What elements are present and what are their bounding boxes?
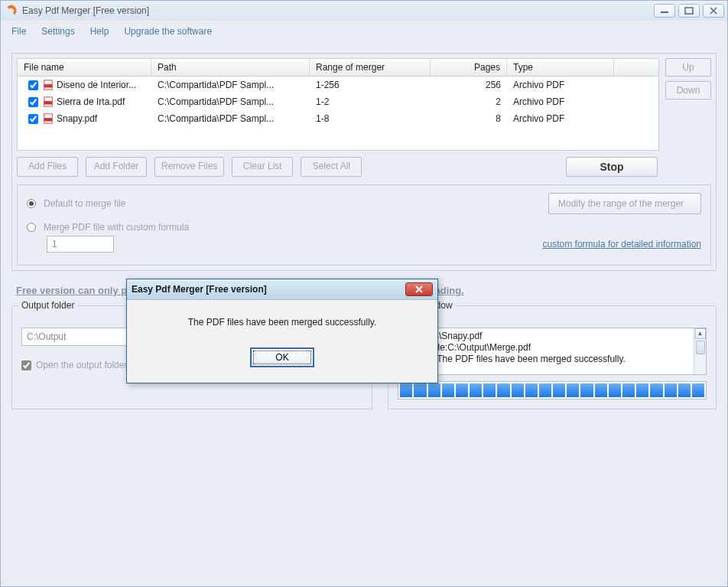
clear-list-button[interactable]: Clear List — [232, 157, 293, 177]
down-button[interactable]: Down — [665, 81, 711, 99]
file-table: File name Path Range of merger Pages Typ… — [17, 58, 659, 151]
row-checkbox[interactable] — [28, 80, 38, 90]
menu-upgrade[interactable]: Upgrade the software — [124, 26, 212, 37]
dialog-ok-button[interactable]: OK — [250, 347, 314, 367]
close-button[interactable] — [703, 4, 724, 18]
radio-custom[interactable] — [27, 223, 36, 232]
progress-bar — [398, 381, 707, 399]
modify-range-button[interactable]: Modify the range of the merger — [548, 193, 701, 214]
menu-file[interactable]: File — [11, 26, 26, 37]
close-icon — [414, 285, 424, 293]
stop-button[interactable]: Stop — [566, 157, 658, 177]
dialog-titlebar: Easy Pdf Merger [Free version] — [127, 279, 437, 300]
default-merge-label: Default to merge file — [44, 198, 125, 209]
col-range[interactable]: Range of merger — [310, 59, 431, 76]
state-log[interactable]: Samples\Snapy.pdf Output file:C:\Output\… — [398, 328, 707, 375]
remove-files-button[interactable]: Remove Files — [154, 157, 224, 177]
svg-rect-7 — [44, 118, 53, 121]
toolbar: Add Files Add Folder Remove Files Clear … — [17, 157, 711, 177]
state-line: Samples\Snapy.pdf — [403, 331, 701, 342]
success-dialog: Easy Pdf Merger [Free version] The PDF f… — [126, 279, 438, 383]
dialog-title: Easy Pdf Merger [Free version] — [132, 284, 405, 295]
scroll-up-icon[interactable]: ▲ — [695, 328, 706, 339]
pdf-icon — [43, 96, 54, 107]
merge-options: Default to merge file Modify the range o… — [17, 184, 711, 266]
state-line: 9:36:41-The PDF files have been merged s… — [403, 354, 701, 365]
output-legend: Output folder — [18, 300, 77, 311]
col-path[interactable]: Path — [151, 59, 310, 76]
minimize-button[interactable] — [654, 4, 675, 18]
col-type[interactable]: Type — [507, 59, 614, 76]
svg-rect-5 — [44, 101, 53, 104]
scroll-thumb[interactable] — [696, 341, 705, 354]
formula-input[interactable] — [47, 236, 114, 253]
main-window: Easy Pdf Merger [Free version] File Sett… — [0, 0, 728, 587]
radio-default[interactable] — [27, 199, 36, 208]
menu-help[interactable]: Help — [90, 26, 109, 37]
window-title: Easy Pdf Merger [Free version] — [22, 5, 651, 16]
menu-settings[interactable]: Settings — [41, 26, 74, 37]
svg-rect-0 — [661, 11, 668, 13]
col-pages[interactable]: Pages — [431, 59, 507, 76]
table-body: Diseno de Interior... C:\Compartida\PDF … — [18, 77, 658, 150]
svg-rect-1 — [685, 8, 693, 14]
app-icon — [4, 4, 18, 18]
open-when-done-checkbox[interactable] — [21, 360, 31, 370]
table-row[interactable]: Sierra de Irta.pdf C:\Compartida\PDF Sam… — [18, 93, 658, 110]
row-checkbox[interactable] — [28, 114, 38, 124]
up-button[interactable]: Up — [665, 58, 711, 77]
formula-help-link[interactable]: custom formula for detailed information — [543, 239, 701, 249]
state-line: Output file:C:\Output\Merge.pdf — [403, 342, 701, 354]
table-row[interactable]: Snapy.pdf C:\Compartida\PDF Sampl... 1-8… — [18, 110, 658, 127]
pdf-icon — [43, 80, 54, 90]
file-panel: File name Path Range of merger Pages Typ… — [11, 53, 717, 271]
dialog-close-button[interactable] — [405, 282, 433, 296]
add-files-button[interactable]: Add Files — [17, 157, 78, 177]
table-row[interactable]: Diseno de Interior... C:\Compartida\PDF … — [18, 77, 658, 93]
col-name[interactable]: File name — [18, 59, 151, 76]
table-header: File name Path Range of merger Pages Typ… — [18, 59, 658, 77]
select-all-button[interactable]: Select All — [301, 157, 362, 177]
menubar: File Settings Help Upgrade the software — [1, 21, 727, 42]
titlebar: Easy Pdf Merger [Free version] — [1, 1, 727, 21]
maximize-button[interactable] — [678, 4, 700, 18]
scrollbar[interactable]: ▲ — [694, 328, 706, 374]
row-checkbox[interactable] — [28, 97, 38, 107]
dialog-message: The PDF files have been merged successfu… — [141, 317, 424, 328]
add-folder-button[interactable]: Add Folder — [86, 157, 147, 177]
svg-rect-3 — [44, 84, 53, 87]
pdf-icon — [43, 113, 54, 124]
custom-merge-label: Merge PDF file with custom formula — [44, 222, 189, 233]
